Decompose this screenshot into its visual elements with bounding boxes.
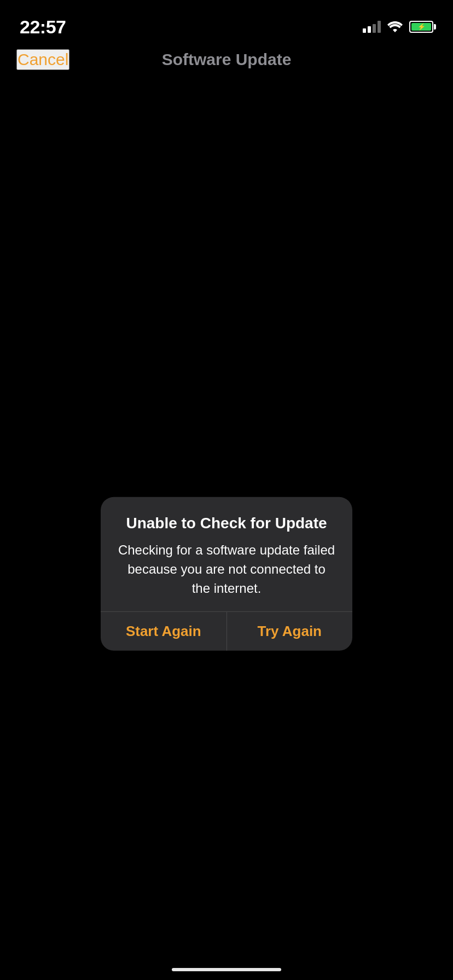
alert-dialog: Unable to Check for Update Checking for … [101,497,352,651]
signal-bar-1 [363,28,366,33]
signal-bar-2 [368,26,371,33]
start-again-button[interactable]: Start Again [101,612,227,651]
home-indicator [172,968,281,971]
battery-icon: ⚡ [409,21,433,33]
wifi-icon [387,21,403,32]
try-again-button[interactable]: Try Again [227,612,353,651]
signal-icon [363,21,381,33]
navigation-bar: Cancel Software Update [0,44,453,79]
page-title: Software Update [162,50,292,69]
cancel-button[interactable]: Cancel [16,49,69,70]
status-icons: ⚡ [363,21,433,33]
alert-title: Unable to Check for Update [117,514,336,533]
status-bar: 22:57 ⚡ [0,0,453,44]
alert-message: Checking for a software update failed be… [117,541,336,598]
battery-fill: ⚡ [411,23,431,31]
battery-shell: ⚡ [409,21,433,33]
status-time: 22:57 [20,16,66,38]
alert-content-area: Unable to Check for Update Checking for … [101,497,352,611]
signal-bar-4 [378,21,381,33]
signal-bar-3 [373,24,376,33]
main-content: Unable to Check for Update Checking for … [0,79,453,977]
battery-bolt-icon: ⚡ [417,23,426,31]
alert-actions: Start Again Try Again [101,611,352,651]
